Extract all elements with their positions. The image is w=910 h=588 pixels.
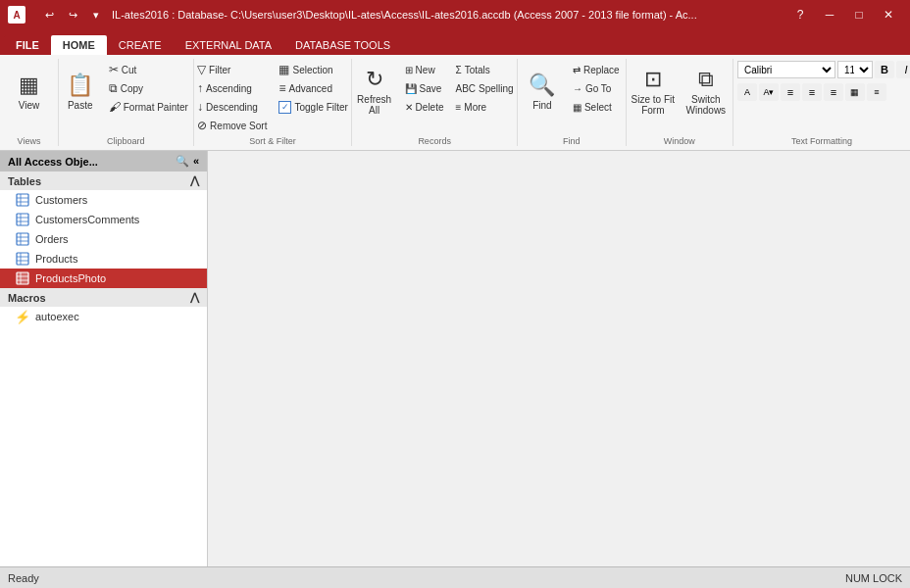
redo-button[interactable]: ↪ xyxy=(63,5,82,24)
more-button[interactable]: ≡ More xyxy=(451,98,519,116)
view-icon: ▦ xyxy=(19,73,39,98)
goto-button[interactable]: → Go To xyxy=(568,79,625,97)
nav-item-selected[interactable]: ProductsPhoto xyxy=(0,269,207,288)
maximize-button[interactable]: □ xyxy=(845,5,873,24)
minimize-button[interactable]: ─ xyxy=(816,5,843,24)
align-right-button[interactable]: ≡ xyxy=(824,83,843,101)
nav-item-autoexec[interactable]: ⚡ autoexec xyxy=(0,307,207,326)
size-to-fit-icon: ⊡ xyxy=(644,67,662,92)
gridlines-button[interactable]: ▦ xyxy=(845,83,865,101)
help-button[interactable]: ? xyxy=(786,5,814,24)
selection-button[interactable]: ▦ Selection xyxy=(274,61,352,78)
tab-external-data[interactable]: EXTERNAL DATA xyxy=(174,35,283,55)
italic-button[interactable]: I xyxy=(896,61,910,78)
tab-create[interactable]: CREATE xyxy=(107,35,174,55)
ascending-icon: ↑ xyxy=(197,81,203,95)
tab-file[interactable]: FILE xyxy=(4,35,51,55)
switch-windows-button[interactable]: ⧉ Switch Windows xyxy=(681,61,732,122)
sort-filter-col1: ▽ ▽ Filter ↑ Ascending ↓ Descending ⊘ Re… xyxy=(192,61,272,134)
svg-rect-12 xyxy=(17,253,28,265)
svg-rect-4 xyxy=(17,214,28,225)
clipboard-content: 📋 Paste ✂ Cut ⧉ Copy 🖌 Format Painter xyxy=(59,59,193,134)
select-icon: ▦ xyxy=(573,102,581,113)
alt-row-button[interactable]: ≡ xyxy=(867,83,886,101)
nav-header-icons: 🔍 « xyxy=(176,155,199,168)
text-formatting-content: Calibri 11 B I U A A▾ ≡ ≡ ≡ ▦ ≡ xyxy=(737,59,906,134)
save-record-button[interactable]: 💾 Save xyxy=(400,79,449,97)
records-group-label: Records xyxy=(358,136,510,146)
status-text: Ready xyxy=(8,572,39,584)
nav-header[interactable]: All Access Obje... 🔍 « xyxy=(0,151,207,172)
descending-button[interactable]: ↓ Descending xyxy=(192,98,272,116)
font-name-select[interactable]: Calibri xyxy=(737,61,835,78)
align-left-button[interactable]: ≡ xyxy=(781,83,800,101)
svg-rect-8 xyxy=(17,233,28,245)
font-color-button[interactable]: A xyxy=(737,83,757,101)
find-group-label: Find xyxy=(524,136,620,146)
products-label: Products xyxy=(35,253,77,265)
view-button[interactable]: ▦ View xyxy=(6,61,53,122)
toggle-filter-button[interactable]: Toggle Filter xyxy=(274,98,352,116)
nav-item[interactable]: CustomersComments xyxy=(0,210,207,229)
svg-rect-16 xyxy=(17,272,28,284)
customers-label: Customers xyxy=(35,194,87,206)
remove-sort-button[interactable]: ⊘ Remove Sort xyxy=(192,117,272,134)
refresh-all-button[interactable]: ↻ Refresh All xyxy=(351,61,398,122)
find-small-col: ⇄ Replace → Go To ▦ Select xyxy=(568,61,625,116)
cut-icon: ✂ xyxy=(109,63,119,76)
nav-search-icon[interactable]: 🔍 xyxy=(176,155,189,168)
close-button[interactable]: ✕ xyxy=(875,5,902,24)
totals-button[interactable]: Σ Totals xyxy=(451,61,519,78)
nav-section-tables-toggle[interactable]: ⋀ xyxy=(190,174,199,187)
replace-button[interactable]: ⇄ Replace xyxy=(568,61,625,78)
nav-section-macros-toggle[interactable]: ⋀ xyxy=(190,291,199,304)
format-painter-icon: 🖌 xyxy=(109,100,121,114)
filter-icon: ▽ xyxy=(197,63,206,76)
descending-icon: ↓ xyxy=(197,100,203,114)
products-photo-label: ProductsPhoto xyxy=(35,272,106,284)
sort-content: ▽ ▽ Filter ↑ Ascending ↓ Descending ⊘ Re… xyxy=(192,59,353,134)
views-content: ▦ View xyxy=(6,59,53,134)
new-record-button[interactable]: ⊞ New xyxy=(400,61,449,78)
customers-comments-label: CustomersComments xyxy=(35,214,139,225)
goto-icon: → xyxy=(573,83,582,94)
ascending-button[interactable]: ↑ Ascending xyxy=(192,79,272,97)
nav-panel: All Access Obje... 🔍 « Tables ⋀ Customer… xyxy=(0,151,208,566)
font-size-select[interactable]: 11 xyxy=(837,61,873,78)
select-button[interactable]: ▦ Select xyxy=(568,98,625,116)
sort-filter-col2: ▦ Selection ≡ Advanced Toggle Filter xyxy=(274,61,352,116)
advanced-button[interactable]: ≡ Advanced xyxy=(274,79,352,97)
ribbon-group-sort: ▽ ▽ Filter ↑ Ascending ↓ Descending ⊘ Re… xyxy=(194,59,353,146)
nav-section-macros[interactable]: Macros ⋀ xyxy=(0,288,207,307)
qa-dropdown-button[interactable]: ▾ xyxy=(86,5,106,24)
paste-button[interactable]: 📋 Paste xyxy=(59,61,102,122)
align-center-button[interactable]: ≡ xyxy=(802,83,822,101)
delete-button[interactable]: ✕ Delete xyxy=(400,98,449,116)
filter-button[interactable]: ▽ ▽ Filter xyxy=(192,61,272,78)
nav-item[interactable]: Orders xyxy=(0,229,207,249)
window-group-label: Window xyxy=(632,136,727,146)
orders-table-icon xyxy=(16,232,29,246)
ribbon-group-views: ▦ View Views xyxy=(0,59,59,146)
nav-item[interactable]: Customers xyxy=(0,190,207,210)
format-painter-button[interactable]: 🖌 Format Painter xyxy=(104,98,193,116)
tab-database-tools[interactable]: DATABASE TOOLS xyxy=(283,35,402,55)
find-button[interactable]: 🔍 Find xyxy=(519,61,566,122)
nav-item[interactable]: Products xyxy=(0,249,207,269)
tab-home[interactable]: HOME xyxy=(51,35,107,55)
new-icon: ⊞ xyxy=(405,65,413,75)
highlight-button[interactable]: A▾ xyxy=(759,83,779,101)
spelling-button[interactable]: ABC Spelling xyxy=(451,79,519,97)
bold-button[interactable]: B xyxy=(875,61,894,78)
selection-icon: ▦ xyxy=(278,63,289,76)
nav-section-tables[interactable]: Tables ⋀ xyxy=(0,172,207,190)
quick-access-toolbar: ↩ ↪ ▾ xyxy=(39,5,106,24)
records-content: ↻ Refresh All ⊞ New 💾 Save ✕ Delete Σ To… xyxy=(351,59,519,134)
copy-button[interactable]: ⧉ Copy xyxy=(104,79,193,97)
undo-button[interactable]: ↩ xyxy=(39,5,59,24)
alignment-row: A A▾ ≡ ≡ ≡ ▦ ≡ xyxy=(737,83,886,101)
nav-collapse-icon[interactable]: « xyxy=(193,155,199,168)
size-to-fit-button[interactable]: ⊡ Size to Fit Form xyxy=(628,61,679,122)
cut-button[interactable]: ✂ Cut xyxy=(104,61,193,78)
app-logo: A xyxy=(8,6,25,24)
